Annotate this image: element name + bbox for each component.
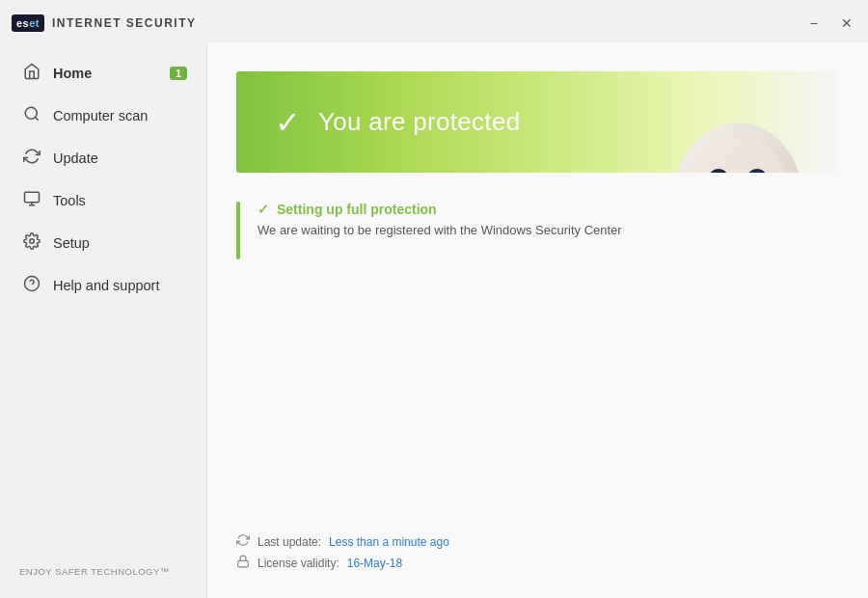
setup-icon <box>22 232 41 254</box>
sidebar-item-home-label: Home <box>53 66 92 81</box>
robot-illustration <box>627 71 839 173</box>
sidebar-footer: ENJOY SAFER TECHNOLOGY™ <box>0 555 206 588</box>
eset-logo: eset <box>12 14 44 32</box>
sidebar: Home 1 Computer scan Update <box>0 42 207 598</box>
svg-rect-2 <box>25 192 40 203</box>
sidebar-item-computer-scan[interactable]: Computer scan <box>0 95 206 137</box>
computer-scan-icon <box>22 105 41 126</box>
main-layout: Home 1 Computer scan Update <box>0 42 868 598</box>
sidebar-item-help-support-label: Help and support <box>53 278 159 293</box>
status-title: ✓ Setting up full protection <box>258 202 622 217</box>
sidebar-item-tools[interactable]: Tools <box>0 179 206 222</box>
update-value-link[interactable]: Less than a minute ago <box>329 535 449 549</box>
title-bar-controls: − ✕ <box>806 14 856 32</box>
logo-et: et <box>29 17 40 29</box>
svg-point-5 <box>30 239 35 244</box>
license-label: License validity: <box>258 557 339 570</box>
status-content: ✓ Setting up full protection We are wait… <box>258 202 622 237</box>
svg-line-1 <box>35 117 38 120</box>
sidebar-item-update[interactable]: Update <box>0 137 206 179</box>
status-bar-accent <box>236 202 240 259</box>
help-icon <box>22 275 41 296</box>
title-bar-left: eset INTERNET SECURITY <box>12 14 197 32</box>
svg-rect-22 <box>238 560 249 566</box>
update-icon <box>22 148 41 169</box>
minimize-button[interactable]: − <box>806 14 822 32</box>
hero-banner: ✓ You are protected <box>236 71 839 173</box>
home-icon <box>22 63 41 84</box>
eset-badge: eset <box>12 14 44 32</box>
status-title-text: Setting up full protection <box>277 202 437 217</box>
app-name: INTERNET SECURITY <box>52 16 197 30</box>
hero-text: ✓ You are protected <box>275 104 520 141</box>
status-section: ✓ Setting up full protection We are wait… <box>236 202 839 259</box>
hero-protected-label: You are protected <box>318 107 520 137</box>
tools-icon <box>22 190 41 211</box>
sidebar-item-help-support[interactable]: Help and support <box>0 264 206 307</box>
license-value-link[interactable]: 16-May-18 <box>347 557 402 570</box>
sidebar-item-setup-label: Setup <box>53 235 90 251</box>
footer-license-row: License validity: 16-May-18 <box>236 555 449 571</box>
sidebar-item-tools-label: Tools <box>53 193 86 208</box>
license-footer-icon <box>236 555 250 571</box>
sidebar-item-update-label: Update <box>53 150 98 166</box>
content-area: ✓ You are protected <box>207 42 868 598</box>
home-badge: 1 <box>170 67 187 80</box>
logo-es: es <box>16 17 29 29</box>
update-footer-icon <box>236 533 250 550</box>
footer-info: Last update: Less than a minute ago Lice… <box>236 533 449 571</box>
update-label: Last update: <box>258 535 321 549</box>
status-checkmark: ✓ <box>258 202 269 217</box>
title-bar: eset INTERNET SECURITY − ✕ <box>0 0 868 42</box>
hero-checkmark: ✓ <box>275 104 301 141</box>
sidebar-item-computer-scan-label: Computer scan <box>53 108 148 123</box>
status-description: We are waiting to be registered with the… <box>258 223 622 237</box>
sidebar-footer-text: ENJOY SAFER TECHNOLOGY™ <box>19 566 170 577</box>
close-button[interactable]: ✕ <box>837 14 856 32</box>
sidebar-item-home[interactable]: Home 1 <box>0 52 206 95</box>
sidebar-item-setup[interactable]: Setup <box>0 222 206 264</box>
footer-update-row: Last update: Less than a minute ago <box>236 533 449 550</box>
svg-point-0 <box>25 107 37 119</box>
